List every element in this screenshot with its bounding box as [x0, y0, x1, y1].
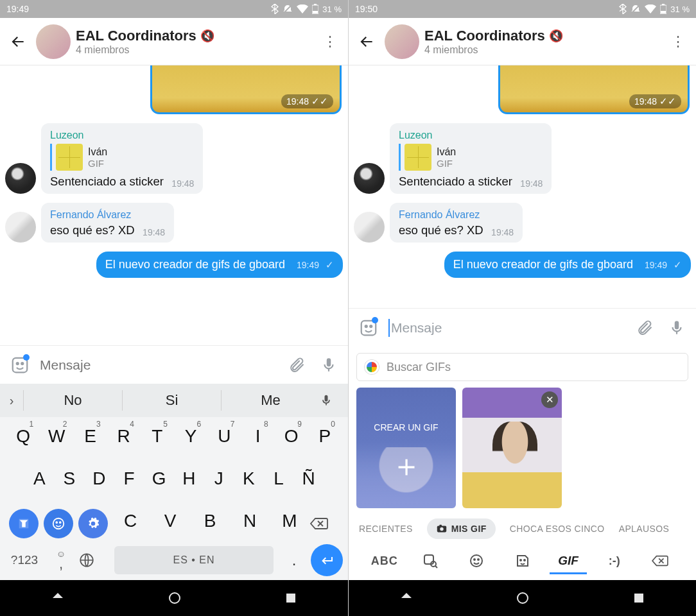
- suggestion[interactable]: Si: [122, 390, 221, 411]
- cat-high-five[interactable]: CHOCA ESOS CINCO: [510, 524, 605, 534]
- chat-avatar[interactable]: [36, 24, 71, 59]
- incoming-message[interactable]: Fernando Álvarez eso qué es? XD 19:48: [354, 203, 691, 243]
- incoming-message[interactable]: Luzeon Iván GIF Sentenciado a sticker 19…: [354, 123, 691, 194]
- menu-button[interactable]: ⋮: [317, 29, 343, 55]
- key-w[interactable]: W2: [40, 422, 73, 456]
- nav-back-button[interactable]: [51, 592, 64, 604]
- nav-home-button[interactable]: [168, 591, 182, 605]
- msg-text: eso qué es? XD: [399, 223, 483, 237]
- gif-categories[interactable]: RECIENTES MIS GIF CHOCA ESOS CINCO APLAU…: [349, 508, 696, 547]
- sender-avatar[interactable]: [354, 212, 385, 243]
- key-m[interactable]: M: [270, 507, 309, 540]
- key-g[interactable]: G: [144, 465, 174, 498]
- chat-title-area[interactable]: EAL Coordinators🔇 4 miembros: [76, 28, 317, 56]
- backspace-button[interactable]: [637, 554, 683, 568]
- key-u[interactable]: U7: [207, 422, 241, 456]
- period-key[interactable]: .: [280, 551, 308, 569]
- comma-key[interactable]: ☺,: [46, 548, 76, 572]
- emoticon-tab[interactable]: :-): [591, 554, 638, 568]
- language-key[interactable]: [78, 552, 108, 569]
- abc-tab[interactable]: ABC: [361, 554, 408, 568]
- shift-key[interactable]: [9, 509, 39, 538]
- reply-reference[interactable]: Iván GIF: [50, 144, 194, 171]
- cat-applause[interactable]: APLAUSOS: [619, 524, 670, 534]
- outgoing-message[interactable]: El nuevo creador de gifs de gboard 19:49…: [5, 252, 343, 278]
- incoming-message[interactable]: Fernando Álvarez eso qué es? XD 19:48: [5, 203, 343, 243]
- key-f[interactable]: F: [114, 465, 144, 498]
- nav-back-button[interactable]: [400, 592, 413, 604]
- cat-my-gifs[interactable]: MIS GIF: [427, 518, 496, 539]
- key-a[interactable]: A: [24, 465, 55, 498]
- key-i[interactable]: I8: [241, 422, 274, 456]
- menu-button[interactable]: ⋮: [665, 29, 691, 55]
- outgoing-image-message[interactable]: 19:48✓✓: [498, 65, 691, 114]
- chat-title-area[interactable]: EAL Coordinators🔇 4 miembros: [424, 28, 665, 56]
- gif-search-bar[interactable]: Buscar GIFs: [356, 353, 688, 381]
- key-n[interactable]: N: [230, 507, 270, 540]
- back-button[interactable]: [354, 29, 379, 55]
- incoming-message[interactable]: Luzeon Iván GIF Sentenciado a sticker 19…: [5, 123, 343, 194]
- sender-avatar[interactable]: [5, 163, 36, 194]
- sticker-button[interactable]: [6, 352, 33, 379]
- expand-suggestions-button[interactable]: ›: [0, 393, 23, 408]
- backspace-key[interactable]: [309, 516, 342, 531]
- key-d[interactable]: D: [84, 465, 114, 498]
- gif-tab[interactable]: GIF: [545, 554, 591, 568]
- key-c[interactable]: C: [110, 507, 150, 540]
- key-t[interactable]: T5: [141, 422, 174, 456]
- create-gif-tile[interactable]: CREAR UN GIF ＋: [356, 388, 456, 508]
- enter-key[interactable]: [311, 544, 343, 576]
- sticker-tab[interactable]: [500, 553, 546, 569]
- key-v[interactable]: V: [150, 507, 190, 540]
- sticker-button[interactable]: [355, 314, 382, 341]
- suggestion[interactable]: Me: [221, 390, 320, 411]
- attach-button[interactable]: [284, 352, 309, 378]
- emoji-key[interactable]: [44, 509, 73, 538]
- key-ñ[interactable]: Ñ: [293, 465, 324, 498]
- gif-panel: Buscar GIFs CREAR UN GIF ＋ ✕ RECIENTES M…: [349, 346, 696, 580]
- nav-home-button[interactable]: [516, 591, 530, 605]
- key-s[interactable]: S: [55, 465, 85, 498]
- nav-recents-button[interactable]: [633, 592, 645, 604]
- sender-name: Luzeon: [399, 130, 543, 141]
- back-button[interactable]: [5, 29, 31, 55]
- emoji-tab[interactable]: [453, 553, 500, 569]
- battery-pct: 31 %: [322, 4, 342, 14]
- key-r[interactable]: R4: [107, 422, 141, 456]
- key-h[interactable]: H: [174, 465, 204, 498]
- symbols-key[interactable]: ?123: [5, 553, 44, 567]
- sender-avatar[interactable]: [5, 212, 36, 243]
- key-q[interactable]: Q1: [6, 422, 40, 456]
- suggestion[interactable]: No: [23, 390, 122, 411]
- sender-avatar[interactable]: [354, 163, 385, 194]
- key-b[interactable]: B: [190, 507, 230, 540]
- gif-tile[interactable]: ✕: [462, 388, 562, 508]
- nav-recents-button[interactable]: [285, 592, 297, 604]
- space-key[interactable]: ES • EN: [114, 546, 274, 574]
- message-input[interactable]: Mensaje: [388, 319, 625, 337]
- key-j[interactable]: J: [204, 465, 234, 498]
- outgoing-image-message[interactable]: 19:48✓✓: [150, 65, 343, 114]
- voice-button[interactable]: [664, 315, 690, 341]
- search-tab[interactable]: [408, 553, 454, 569]
- delete-gif-button[interactable]: ✕: [541, 391, 558, 408]
- settings-key[interactable]: [78, 509, 108, 538]
- voice-typing-button[interactable]: [320, 394, 348, 407]
- voice-button[interactable]: [316, 352, 342, 378]
- outgoing-message[interactable]: El nuevo creador de gifs de gboard 19:49…: [354, 252, 691, 278]
- key-l[interactable]: L: [264, 465, 294, 498]
- reply-reference[interactable]: Iván GIF: [399, 144, 543, 171]
- cat-recent[interactable]: RECIENTES: [359, 524, 413, 534]
- key-o[interactable]: O9: [275, 422, 308, 456]
- key-p[interactable]: P0: [308, 422, 342, 456]
- create-gif-label: CREAR UN GIF: [374, 422, 438, 432]
- attach-button[interactable]: [632, 315, 657, 341]
- chat-body[interactable]: 19:48✓✓ Luzeon Iván GIF Sentenciado a st…: [349, 65, 696, 308]
- chat-avatar[interactable]: [385, 24, 419, 59]
- message-input[interactable]: [40, 357, 277, 373]
- key-k[interactable]: K: [234, 465, 264, 498]
- chat-body[interactable]: 19:48✓✓ Luzeon Iván GIF Sentenciado a st…: [0, 65, 348, 345]
- key-y[interactable]: Y6: [174, 422, 207, 456]
- key-e[interactable]: E3: [73, 422, 107, 456]
- key-row-3: CVBNM: [3, 507, 345, 540]
